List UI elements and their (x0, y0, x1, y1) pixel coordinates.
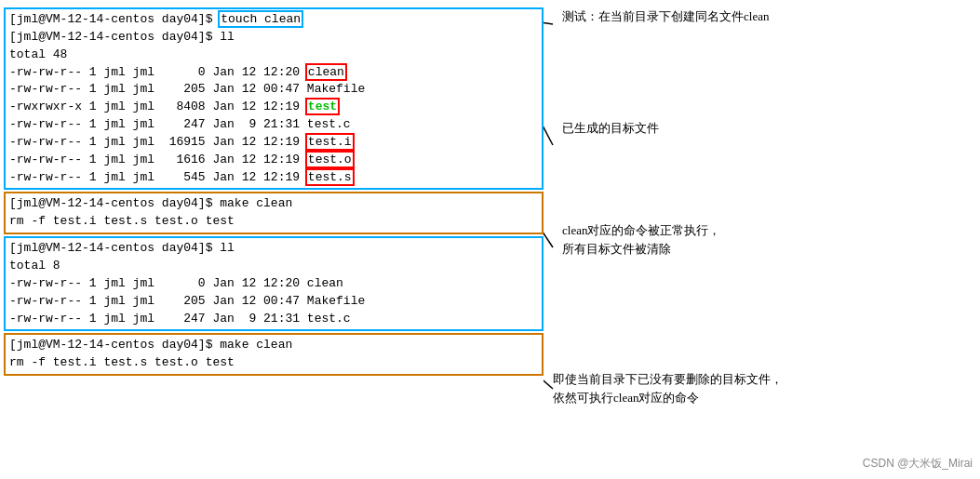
annotation-3: clean对应的命令被正常执行， 所有目标文件被清除 (562, 221, 720, 258)
line-4: -rw-rw-r-- 1 jml jml 0 Jan 12 12:20 clea… (9, 64, 538, 82)
testo-highlight: test.o (307, 153, 353, 166)
svg-line-0 (544, 20, 553, 24)
line-12: rm -f test.i test.s test.o test (9, 213, 538, 231)
annotation-4: 即使当前目录下已没有要删除的目标文件， 依然可执行clean对应的命令 (553, 370, 783, 406)
main-container: [jml@VM-12-14-centos day04]$ touch clean… (0, 0, 980, 479)
line-16: -rw-rw-r-- 1 jml jml 205 Jan 12 00:47 Ma… (9, 293, 538, 311)
svg-line-1 (544, 100, 553, 145)
line-9: -rw-rw-r-- 1 jml jml 1616 Jan 12 12:19 t… (9, 152, 538, 169)
annotation-3-line2: 所有目标文件被清除 (562, 240, 720, 259)
line-6: -rwxrwxr-x 1 jml jml 8408 Jan 12 12:19 t… (9, 99, 538, 116)
line-19: rm -f test.i test.s test.o test (9, 354, 538, 372)
line-15: -rw-rw-r-- 1 jml jml 0 Jan 12 12:20 clea… (9, 275, 538, 293)
annotation-1: 测试：在当前目录下创建同名文件clean (562, 7, 769, 26)
block2: [jml@VM-12-14-centos day04]$ make clean … (4, 192, 544, 234)
line-13: [jml@VM-12-14-centos day04]$ ll (9, 240, 538, 258)
testi-highlight: test.i (307, 135, 353, 149)
line-7: -rw-rw-r-- 1 jml jml 247 Jan 9 21:31 tes… (9, 116, 538, 134)
line-14: total 8 (9, 258, 538, 275)
annotation-4-line2: 依然可执行clean对应的命令 (553, 389, 783, 407)
block4: [jml@VM-12-14-centos day04]$ make clean … (4, 333, 544, 376)
line-1: [jml@VM-12-14-centos day04]$ touch clean (9, 11, 538, 29)
svg-line-2 (544, 212, 553, 247)
line-17: -rw-rw-r-- 1 jml jml 247 Jan 9 21:31 tes… (9, 311, 538, 328)
line-5: -rw-rw-r-- 1 jml jml 205 Jan 12 00:47 Ma… (9, 81, 538, 99)
annotation-2: 已生成的目标文件 (562, 119, 659, 138)
line-18: [jml@VM-12-14-centos day04]$ make clean (9, 337, 538, 354)
annotation-3-line1: clean对应的命令被正常执行， (562, 221, 720, 240)
line-2: [jml@VM-12-14-centos day04]$ ll (9, 29, 538, 47)
annotation-1-text: 测试：在当前目录下创建同名文件clean (562, 9, 769, 23)
tests-highlight: test.s (307, 170, 353, 184)
line-3: total 48 (9, 47, 538, 64)
line-10: -rw-rw-r-- 1 jml jml 545 Jan 12 12:19 te… (9, 169, 538, 187)
touch-clean-highlight: touch clean (220, 12, 302, 26)
annotation-4-line1: 即使当前目录下已没有要删除的目标文件， (553, 370, 783, 389)
annotations-section: 测试：在当前目录下创建同名文件clean 已生成的目标文件 clean对应的命令… (544, 7, 976, 472)
watermark: CSDN @大米饭_Mirai (863, 456, 973, 472)
block3: [jml@VM-12-14-centos day04]$ ll total 8 … (4, 236, 544, 331)
clean-highlight: clean (307, 65, 345, 79)
block1: [jml@VM-12-14-centos day04]$ touch clean… (4, 7, 544, 190)
line-11: [jml@VM-12-14-centos day04]$ make clean (9, 195, 538, 213)
svg-line-3 (544, 368, 553, 389)
annotation-2-text: 已生成的目标文件 (562, 121, 659, 135)
terminal-section: [jml@VM-12-14-centos day04]$ touch clean… (4, 7, 544, 472)
test-highlight: test (307, 100, 338, 113)
line-8: -rw-rw-r-- 1 jml jml 16915 Jan 12 12:19 … (9, 134, 538, 152)
